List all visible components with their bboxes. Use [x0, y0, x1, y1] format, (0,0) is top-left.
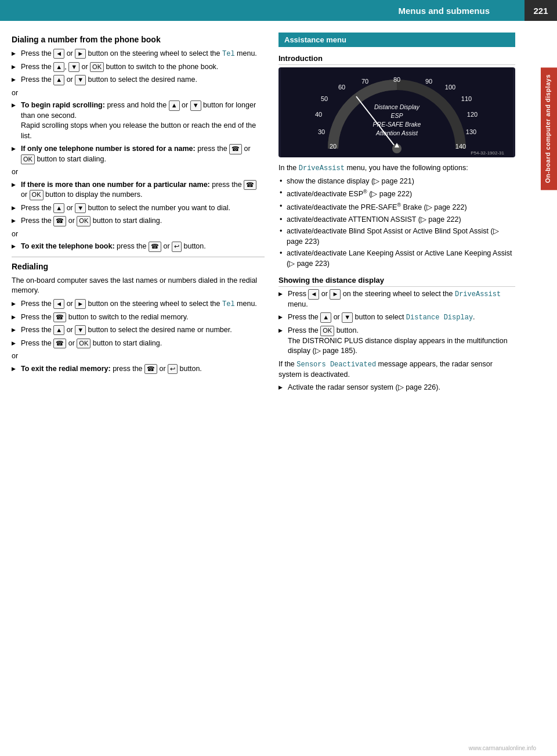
list-item: If only one telephone number is stored f… — [12, 144, 265, 164]
header-title: Menus and submenus — [0, 6, 525, 16]
more-numbers-list: If there is more than one number for a p… — [12, 180, 265, 226]
svg-text:Distance Display: Distance Display — [374, 103, 420, 110]
list-item: Press the ◄ or ► button on the steering … — [12, 299, 265, 309]
right-btn-icon: ► — [75, 49, 86, 59]
divider — [12, 257, 265, 257]
list-item: show the distance display (▷ page 221) — [278, 177, 515, 187]
or-separator-3: or — [12, 229, 265, 240]
list-item: Press the ▲ or ▼ button to select Distan… — [278, 312, 515, 323]
svg-text:ESP: ESP — [390, 112, 403, 119]
list-item: Press the ◄ or ► button on the steering … — [12, 49, 265, 59]
redial-list: Press the ◄ or ► button on the steering … — [12, 299, 265, 348]
ok-btn5: OK — [77, 339, 91, 348]
speedo-svg: 20 30 40 50 60 70 80 90 100 110 120 130 … — [278, 67, 515, 157]
svg-text:P54-32-1902-31: P54-32-1902-31 — [471, 150, 504, 156]
bold-label: To begin rapid scrolling: — [21, 101, 105, 109]
svg-text:40: 40 — [315, 111, 322, 118]
svg-text:140: 140 — [455, 143, 466, 150]
up-btn-icon: ▲ — [53, 62, 64, 72]
svg-text:30: 30 — [318, 128, 325, 135]
section2-heading: Redialing — [12, 262, 265, 271]
or-separator-1: or — [12, 88, 265, 99]
header-bar: Menus and submenus 221 — [0, 0, 557, 21]
back-btn2: ↩ — [168, 364, 178, 374]
drive-assist-intro: In the DriveAssist menu, you have the fo… — [278, 163, 515, 174]
phone-book-list: Press the ◄ or ► button on the steering … — [12, 49, 265, 85]
distance-display-code: Distance Display — [406, 314, 473, 322]
list-item: Press the ☎ button to switch to the redi… — [12, 312, 265, 323]
up-btn-icon2: ▲ — [53, 75, 64, 85]
list-item: Press the ☎ or OK button to start dialin… — [12, 339, 265, 349]
list-item: Press the OK button.The DISTRONIC PLUS d… — [278, 326, 515, 357]
list-item: To begin rapid scrolling: press and hold… — [12, 100, 265, 141]
down-btn-icon4: ▼ — [75, 203, 86, 213]
introduction-heading: Introduction — [278, 54, 515, 65]
svg-text:Attention Assist: Attention Assist — [375, 129, 418, 136]
tel-code-2: Tel — [222, 300, 235, 308]
up-btn5: ▲ — [53, 325, 64, 335]
list-item: activate/deactivate ATTENTION ASSIST (▷ … — [278, 215, 515, 225]
assistance-menu-box: Assistance menu — [278, 33, 515, 47]
list-item: activate/deactivate the PRE-SAFE® Brake … — [278, 201, 515, 213]
bold-label: If only one telephone number is stored f… — [21, 145, 196, 153]
ok-btn6: OK — [320, 326, 334, 336]
list-item: Press ◄ or ► on the steering wheel to se… — [278, 289, 515, 309]
rapid-scroll-list: To begin rapid scrolling: press and hold… — [12, 100, 265, 164]
right-btn2: ► — [75, 299, 86, 309]
distance-display-list: Press ◄ or ► on the steering wheel to se… — [278, 289, 515, 357]
down-btn6: ▼ — [342, 312, 353, 322]
bold-label: If there is more than one number for a p… — [21, 181, 210, 189]
exit-phone-list: To exit the telephone book: press the ☎ … — [12, 242, 265, 252]
svg-text:90: 90 — [425, 78, 432, 85]
down-btn5: ▼ — [75, 325, 86, 335]
options-list: show the distance display (▷ page 221) a… — [278, 177, 515, 269]
drive-assist-code: DriveAssist — [299, 164, 345, 172]
svg-text:PRE-SAFE Brake: PRE-SAFE Brake — [373, 121, 421, 128]
left-btn-icon: ◄ — [53, 49, 64, 59]
down-btn-icon: ▼ — [68, 62, 79, 72]
header-page-number: 221 — [525, 0, 557, 21]
phone-btn4: ☎ — [53, 312, 66, 322]
left-btn2: ◄ — [53, 299, 64, 309]
list-item: To exit the redial memory: press the ☎ o… — [12, 364, 265, 375]
list-item: activate/deactivate Lane Keeping Assist … — [278, 249, 515, 269]
or-separator-4: or — [12, 351, 265, 362]
ok-btn-icon4: OK — [77, 216, 91, 226]
list-item: activate/deactivate ESP® (▷ page 222) — [278, 188, 515, 200]
svg-text:110: 110 — [461, 95, 472, 102]
sensors-code: Sensors Deactivated — [296, 361, 376, 369]
svg-text:100: 100 — [445, 84, 455, 91]
activate-radar-list: Activate the radar sensor system (▷ page… — [278, 383, 515, 393]
ok-btn-icon: OK — [90, 62, 104, 72]
svg-text:60: 60 — [338, 84, 345, 91]
footer-url: www.carmanualonline.info — [469, 745, 536, 751]
sensors-text: If the Sensors Deactivated message appea… — [278, 359, 515, 380]
up-btn6: ▲ — [320, 312, 331, 322]
exit-redial-list: To exit the redial memory: press the ☎ o… — [12, 364, 265, 375]
showing-distance-heading: Showing the distance display — [278, 276, 515, 287]
back-btn-icon: ↩ — [172, 242, 182, 251]
left-column: Dialing a number from the phone book Pre… — [12, 33, 278, 396]
down-btn-icon3: ▼ — [190, 100, 201, 110]
svg-text:130: 130 — [466, 128, 476, 135]
redialing-intro: The on-board computer saves the last nam… — [12, 276, 265, 296]
bold-label: To exit the telephone book: — [21, 242, 115, 250]
svg-text:20: 20 — [330, 143, 337, 150]
ok-btn-icon2: OK — [21, 154, 35, 164]
up-btn-icon3: ▲ — [169, 100, 180, 110]
svg-text:50: 50 — [321, 95, 328, 102]
down-btn-icon2: ▼ — [75, 75, 86, 85]
list-item: Activate the radar sensor system (▷ page… — [278, 383, 515, 393]
phone-back-icon: ☎ — [149, 242, 161, 251]
bold-label: To exit the redial memory: — [21, 365, 111, 373]
drive-assist-code2: DriveAssist — [455, 290, 501, 298]
right-btn3: ► — [330, 289, 341, 299]
svg-text:120: 120 — [467, 111, 478, 118]
list-item: To exit the telephone book: press the ☎ … — [12, 242, 265, 252]
list-item: Press the ▲ or ▼ button to select the de… — [12, 325, 265, 336]
list-item: activate/deactivate Blind Spot Assist or… — [278, 226, 515, 247]
right-column: Assistance menu Introduction 20 — [278, 33, 534, 396]
phone-btn-icon: ☎ — [229, 144, 242, 154]
svg-text:70: 70 — [361, 78, 368, 85]
or-separator-2: or — [12, 167, 265, 178]
